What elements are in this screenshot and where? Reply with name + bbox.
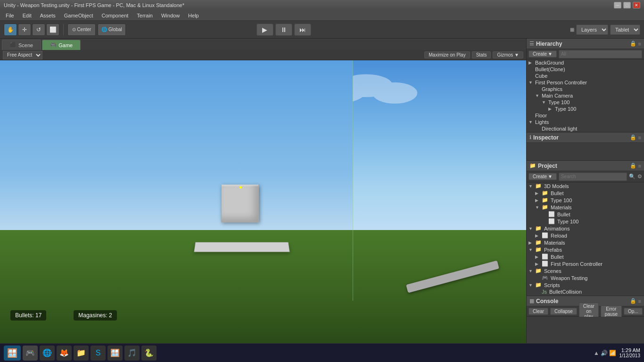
global-button[interactable]: 🌐 Global (98, 24, 126, 36)
close-button[interactable]: ✕ (633, 2, 640, 8)
minimize-button[interactable]: ─ (614, 2, 621, 8)
taskbar-firefox-icon[interactable]: 🦊 (57, 346, 72, 361)
aspect-select[interactable]: Free Aspect (3, 51, 42, 59)
project-item-label: Prefabs (544, 247, 562, 253)
project-item[interactable]: ▶⬜Bullet (527, 253, 644, 260)
tab-game[interactable]: 🎮 Game (42, 40, 81, 50)
project-item[interactable]: ▶📁Bullet (527, 189, 644, 197)
project-create-button[interactable]: Create ▼ (528, 173, 557, 180)
project-item[interactable]: ▶📁Type 100 (527, 197, 644, 204)
taskbar-skype-icon[interactable]: S (91, 346, 106, 361)
project-item[interactable]: ▼📁Scripts (527, 281, 644, 288)
hierarchy-create-button[interactable]: Create ▼ (528, 50, 557, 58)
project-item-label: Reload (551, 233, 567, 239)
hierarchy-item[interactable]: Directional light (527, 125, 644, 132)
console-open-button[interactable]: Op... (624, 308, 643, 315)
project-item[interactable]: ▼📁Animations (527, 225, 644, 232)
menu-component[interactable]: Component (98, 12, 132, 19)
hand-tool[interactable]: ✋ (4, 24, 17, 36)
hierarchy-item[interactable]: Floor (527, 112, 644, 119)
step-button[interactable]: ⏭ (294, 24, 311, 36)
project-search-input[interactable] (559, 173, 627, 181)
menu-file[interactable]: File (2, 12, 18, 19)
play-button[interactable]: ▶ (256, 24, 273, 36)
hierarchy-item[interactable]: ▶Type 100 (527, 106, 644, 112)
folder-icon: 📁 (542, 190, 548, 196)
project-item[interactable]: ⬜Type 100 (527, 218, 644, 225)
inspector-panel: ℹ Inspector 🔒 ≡ (527, 132, 644, 161)
project-item[interactable]: JsBulletCollision (527, 288, 644, 295)
console-collapse-button[interactable]: Collapse (550, 308, 577, 315)
browser-icon: 🌐 (42, 348, 52, 357)
console-content (527, 317, 644, 343)
project-item[interactable]: ▼📁Scenes (527, 267, 644, 274)
hierarchy-item[interactable]: ▼Main Camera (527, 92, 644, 99)
project-item[interactable]: ▶📁Materials (527, 239, 644, 246)
project-options-icon: ⚙ (637, 173, 642, 180)
game-platform (194, 242, 289, 252)
project-item[interactable]: ▼📁3D Models (527, 182, 644, 189)
inspector-icon: ℹ (529, 134, 531, 140)
project-item[interactable]: ▶⬜Reload (527, 232, 644, 239)
project-item[interactable]: ⬜Bullet (527, 211, 644, 218)
hierarchy-arrow-icon: ▶ (548, 107, 554, 111)
console-clear-button[interactable]: Clear (528, 308, 548, 315)
project-item[interactable]: ▼📁Materials (527, 204, 644, 211)
gizmos-button[interactable]: Gizmos ▼ (493, 51, 523, 58)
inspector-title: Inspector (533, 134, 559, 141)
center-button[interactable]: ⊙ Center (67, 24, 96, 36)
pause-button[interactable]: ⏸ (275, 24, 292, 36)
hierarchy-item[interactable]: Bullet(Clone) (527, 66, 644, 73)
project-item-label: Bullet (551, 190, 564, 196)
move-tool[interactable]: ✛ (18, 24, 31, 36)
project-panel: 📁 Project 🔒 ≡ Create ▼ 🔍 ⚙ ▼📁3D Models▶📁… (527, 161, 644, 296)
tablet-dropdown[interactable]: Tablet (610, 25, 640, 35)
taskbar-store-icon[interactable]: 🪟 (107, 346, 123, 361)
project-header: 📁 Project 🔒 ≡ (527, 161, 644, 171)
window-title: Unity - Weapon Testing.unity - First FPS… (4, 2, 184, 8)
project-arrow-icon: ▼ (535, 205, 541, 210)
start-button[interactable]: 🪟 (4, 346, 21, 361)
hierarchy-item[interactable]: Graphics (527, 86, 644, 92)
hierarchy-menu-icon: ≡ (638, 41, 641, 47)
scale-tool[interactable]: ⬜ (46, 24, 59, 36)
taskbar-snake-icon[interactable]: 🐍 (141, 346, 157, 361)
project-item-label: Materials (544, 240, 565, 246)
menu-gameobject[interactable]: GameObject (60, 12, 97, 19)
project-item-label: Weapon Testing (551, 275, 587, 281)
hierarchy-header: ☰ Hierarchy 🔒 ≡ (527, 39, 644, 49)
project-arrow-icon: ▶ (535, 255, 541, 259)
tab-scene[interactable]: ⬛ Scene (2, 40, 41, 50)
menu-assets[interactable]: Assets (36, 12, 59, 19)
menu-help[interactable]: Help (184, 12, 203, 19)
magazines-hud: Magasines: 2 (74, 310, 116, 321)
maximize-on-play-button[interactable]: Maximize on Play (424, 51, 470, 58)
taskbar-unity-icon[interactable]: 🎮 (23, 346, 38, 361)
create-dropdown-icon: ▼ (548, 51, 553, 57)
transform-tools: ✋ ✛ ↺ ⬜ (4, 24, 59, 36)
menu-terrain[interactable]: Terrain (133, 12, 157, 19)
taskbar-spotify-icon[interactable]: 🎵 (124, 346, 140, 361)
menu-window[interactable]: Window (157, 12, 183, 19)
taskbar-explorer-icon[interactable]: 📁 (74, 346, 89, 361)
project-item[interactable]: ▶⬜First Person Controller (527, 260, 644, 267)
hierarchy-item[interactable]: ▼Lights (527, 119, 644, 125)
hierarchy-item[interactable]: ▼Type 100 (527, 99, 644, 106)
hierarchy-item[interactable]: Cube (527, 73, 644, 79)
taskbar-browser-icon[interactable]: 🌐 (40, 346, 55, 361)
folder-icon: 📁 (535, 268, 542, 274)
console-error-pause-button[interactable]: Error pause (601, 305, 622, 318)
hierarchy-item[interactable]: ▶BackGround (527, 59, 644, 66)
project-item[interactable]: 🎮Weapon Testing (527, 274, 644, 281)
rotate-tool[interactable]: ↺ (32, 24, 45, 36)
stats-button[interactable]: Stats (472, 51, 491, 58)
maximize-button[interactable]: □ (623, 2, 631, 8)
project-item[interactable]: ▼📁Prefabs (527, 246, 644, 253)
hierarchy-item[interactable]: ▼First Person Controller (527, 79, 644, 86)
menu-edit[interactable]: Edit (19, 12, 35, 19)
hierarchy-search-input[interactable] (559, 50, 642, 58)
windows-logo-icon: 🪟 (7, 348, 17, 358)
layers-dropdown[interactable]: Layers (576, 25, 608, 35)
hierarchy-content: ▶BackGroundBullet(Clone)Cube▼First Perso… (527, 59, 644, 132)
project-item[interactable]: JsGunScript (527, 295, 644, 296)
